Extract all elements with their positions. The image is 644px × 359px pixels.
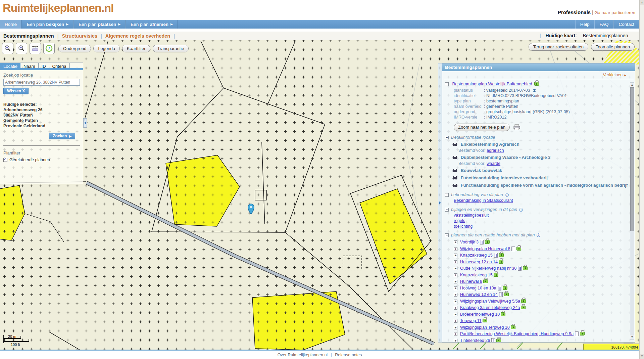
expand-tree-icon[interactable] [454,339,457,343]
measure-button[interactable]: ? [30,43,41,54]
transparantie-button[interactable]: Transparantie [153,45,189,52]
collapse-tree-icon[interactable] [445,82,449,86]
zoom-out-button[interactable] [16,43,27,54]
document-icon[interactable] [511,246,515,251]
expand-tree-icon[interactable] [454,286,457,290]
document-icon[interactable] [575,331,579,336]
zoom-in-button[interactable] [2,43,13,54]
related-plan-link[interactable]: Oude Nijkerkerweg nabij nr 30 [460,266,516,271]
panel-scrollbar[interactable]: ▲ ▼ [630,82,634,340]
footer-release-notes-link[interactable]: Release notes [335,353,362,357]
minimize-panel-link[interactable]: Verkleinen▶ [442,71,635,78]
expand-tree-icon[interactable] [454,254,457,257]
kaartfilter-button[interactable]: Kaartfilter [122,45,150,52]
maptab-structuurvisies[interactable]: Structuurvisies [62,33,97,39]
document-icon[interactable] [491,338,495,343]
tab-criteria[interactable]: Criteria [49,63,70,68]
document-icon[interactable] [494,253,498,258]
related-plan-link[interactable]: Wijzigingsplan Veldwijkweg 5/5a [460,299,520,304]
binoculars-icon[interactable] [452,142,457,146]
print-icon[interactable] [513,124,521,130]
expand-tree-icon[interactable] [454,293,457,297]
related-plan-link[interactable]: Huinerwal 8 [460,279,482,284]
ondergrond-button[interactable]: Ondergrond [58,45,91,52]
document-icon[interactable] [499,292,503,297]
related-plan-link[interactable]: Huinerweg 12 en 14 [460,260,498,264]
related-plan-link[interactable]: Knapzaksteeg 15 [460,253,493,258]
bestemd-voor-link[interactable]: agrarisch [487,148,504,153]
scroll-down-icon[interactable]: ▼ [630,335,634,339]
document-icon[interactable] [518,266,522,271]
bestemd-voor-link[interactable]: waarde [487,161,500,166]
expand-tree-icon[interactable] [454,326,457,329]
related-plan-link[interactable]: Wijzigingsplan Terpweg 10 [460,325,510,330]
related-plan-link[interactable]: Huinerweg 12 en 14 [460,292,498,297]
tab-id[interactable]: ID [39,63,49,68]
right-panel-collapse-handle[interactable] [438,63,442,343]
related-plan-link[interactable]: Tintelersteeg 26 [460,338,490,343]
nav-contact[interactable]: Contact [613,20,639,29]
nav-help[interactable]: Help [575,20,595,29]
info-icon[interactable] [505,193,509,197]
scroll-down-icon[interactable]: ▼ [640,354,644,359]
expand-tree-icon[interactable] [454,313,457,316]
expand-tree-icon[interactable] [454,247,457,251]
expand-tree-icon[interactable] [454,273,457,277]
collapse-tree-icon[interactable] [445,193,449,197]
collapse-tree-icon[interactable] [445,136,449,139]
maptab-bestemmingsplannen[interactable]: Bestemmingsplannen [3,33,54,39]
regels-link[interactable]: regels [454,218,465,223]
toelichting-link[interactable]: toelichting [454,224,473,229]
scroll-up-icon[interactable]: ▲ [630,83,634,87]
related-plan-link[interactable]: Knapzaksteeg 15 [460,273,493,277]
nav-faq[interactable]: FAQ [594,20,613,29]
nav-plan-plaatsen[interactable]: Een planplaatsen▶ [73,20,126,29]
scroll-up-icon[interactable]: ▲ [640,0,644,5]
document-icon[interactable] [498,286,501,290]
location-search-input[interactable] [3,79,80,86]
binoculars-icon[interactable] [452,169,457,172]
left-panel-collapse-handle[interactable] [83,118,87,128]
legenda-button[interactable]: Legenda [93,45,120,52]
collapse-tree-icon[interactable] [445,233,449,237]
scrollbar-thumb[interactable] [630,87,634,231]
info-icon[interactable] [537,233,540,237]
binoculars-icon[interactable] [452,155,457,159]
collapse-tree-icon[interactable] [445,208,449,212]
expand-tree-icon[interactable] [454,260,457,264]
document-icon[interactable] [480,240,484,244]
nav-plan-bekijken[interactable]: Een planbekijken▶ [22,20,73,29]
back-to-results-button[interactable]: Terug naar zoekresultaten [529,43,588,51]
binoculars-icon[interactable] [452,183,457,187]
site-logo[interactable]: Ruimtelijkeplannen.nl [3,1,113,14]
related-plan-link[interactable]: Wijzigingsplan Huinerwal 8 [460,246,510,251]
info-icon[interactable] [519,208,523,212]
expand-tree-icon[interactable] [454,319,457,323]
expand-tree-icon[interactable] [454,332,457,336]
vaststellingsbesluit-link[interactable]: vaststellingsbesluit [454,213,489,218]
related-plan-link[interactable]: Kraakweg 3a en Telgterweg 24a [460,305,520,310]
nav-home[interactable]: Home [0,20,22,29]
tab-locatie[interactable]: Locatie [0,63,20,68]
related-plan-link[interactable]: Terpweg 11 [460,318,482,323]
info-button[interactable]: i [43,43,55,54]
related-plan-link[interactable]: Partiële herziening Westelijk Buitengebi… [460,331,574,336]
nav-plan-afnemen[interactable]: Een planafnemen▶ [126,20,178,29]
expand-tree-icon[interactable] [454,267,457,270]
expand-tree-icon[interactable] [454,300,457,303]
plan-name-link[interactable]: Bestemmingsplan Westelijk Buitengebied [452,81,532,86]
expand-tree-icon[interactable] [454,280,457,283]
page-scrollbar[interactable]: ▲ ▼ [639,0,644,359]
related-plans-filter[interactable]: Gerelateerde plannen [3,158,80,162]
staatscourant-link[interactable]: Bekendmaking in Staatscourant [454,198,513,203]
show-all-plans-button[interactable]: Toon alle plannen [591,43,635,51]
zoom-to-plan-button[interactable]: Zoom naar het hele plan [454,124,510,131]
checkbox-checked-icon[interactable] [3,158,7,162]
related-plan-link[interactable]: Broekermolenweg 10 [460,312,500,317]
search-button[interactable]: Zoeken▶ [49,133,75,139]
related-plan-link[interactable]: Hooiweg 10 en 10a [460,286,496,290]
maptab-algemene-regels[interactable]: Algemene regels overheden [105,33,170,39]
switch-audience-link[interactable]: Ga naar particulieren [595,10,635,15]
binoculars-icon[interactable] [452,176,457,180]
tab-naam[interactable]: Naam [20,63,39,68]
